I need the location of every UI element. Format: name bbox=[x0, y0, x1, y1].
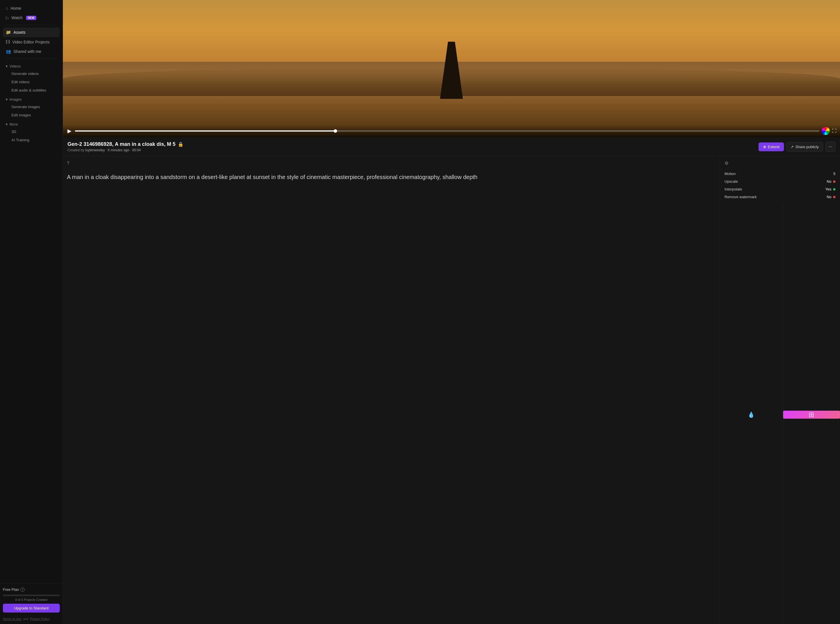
color-wheel-icon[interactable] bbox=[822, 127, 830, 135]
video-title-row: Gen-2 3146986928, A man in a cloak dis, … bbox=[68, 141, 183, 147]
extend-button[interactable]: ⊕ Extend bbox=[758, 142, 784, 151]
sidebar-section-more[interactable]: ▾ More bbox=[3, 119, 60, 128]
free-plan-row: Free Plan i bbox=[3, 586, 60, 593]
projects-count-label: 0 of 3 Projects Created bbox=[3, 598, 60, 601]
video-progress-track[interactable] bbox=[75, 130, 819, 131]
share-icon: ↗ bbox=[791, 145, 794, 149]
video-thumbnail bbox=[63, 0, 840, 137]
sidebar-item-video-editor-projects[interactable]: 🎞 Video Editor Projects bbox=[3, 37, 60, 46]
sidebar: ⌂ Home ▷ Watch NEW 📁 Assets 🎞 Video Edit… bbox=[0, 0, 63, 624]
main-content: ▶ ⛶ Gen-2 3146986928, A man in a cloak d… bbox=[63, 0, 840, 624]
sidebar-item-edit-audio[interactable]: Edit audio & subtitles bbox=[3, 86, 60, 94]
watch-icon: ▷ bbox=[6, 15, 9, 20]
sidebar-item-video-editor-label: Video Editor Projects bbox=[12, 40, 49, 44]
sidebar-item-assets-label: Assets bbox=[14, 30, 25, 35]
share-publicly-button[interactable]: ↗ Share publicly bbox=[786, 142, 823, 151]
privacy-policy-link[interactable]: Privacy Policy bbox=[30, 617, 49, 621]
more-options-button[interactable]: ··· bbox=[825, 142, 835, 152]
watch-badge: NEW bbox=[26, 16, 36, 20]
sidebar-item-ai-training[interactable]: AI Training bbox=[3, 136, 60, 144]
sidebar-item-shared-label: Shared with me bbox=[14, 49, 41, 54]
sidebar-nav: ⌂ Home ▷ Watch NEW 📁 Assets 🎞 Video Edit… bbox=[0, 0, 63, 583]
sidebar-item-assets[interactable]: 📁 Assets bbox=[3, 28, 60, 37]
share-label: Share publicly bbox=[795, 145, 819, 149]
chevron-down-icon: ▾ bbox=[6, 64, 8, 68]
video-player: ▶ ⛶ bbox=[63, 0, 840, 137]
interpolate-value: Yes bbox=[825, 187, 831, 192]
settings-icon: ⚙ bbox=[724, 161, 835, 166]
sidebar-section-images-label: Images bbox=[9, 97, 22, 102]
sidebar-item-watch[interactable]: ▷ Watch NEW bbox=[3, 13, 60, 23]
prompt-panel: T A man in a cloak disappearing into a s… bbox=[63, 156, 720, 624]
sidebar-item-shared-with-me[interactable]: 👥 Shared with me bbox=[3, 46, 60, 56]
sidebar-item-generate-images[interactable]: Generate images bbox=[3, 103, 60, 111]
grid-icon: ⊞ bbox=[809, 411, 814, 419]
extend-label: Extend bbox=[768, 145, 779, 149]
interpolate-dot bbox=[833, 188, 835, 190]
drop-icon: 💧 bbox=[748, 411, 755, 418]
video-info-bar: Gen-2 3146986928, A man in a cloak dis, … bbox=[63, 137, 840, 156]
sidebar-item-home[interactable]: ⌂ Home bbox=[3, 3, 60, 13]
watermark-value-row: No bbox=[826, 195, 835, 199]
video-meta: Created by luytenwesley · 6 minutes ago … bbox=[68, 148, 183, 152]
shared-icon: 👥 bbox=[6, 49, 11, 54]
video-creator: luytenwesley bbox=[85, 148, 105, 152]
fullscreen-button[interactable]: ⛶ bbox=[832, 128, 837, 134]
play-button[interactable]: ▶ bbox=[66, 127, 72, 135]
prompt-text: A man in a cloak disappearing into a san… bbox=[67, 170, 716, 181]
sidebar-section-videos[interactable]: ▾ Videos bbox=[3, 61, 60, 70]
edit-images-label: Edit images bbox=[11, 113, 31, 117]
extend-icon: ⊕ bbox=[763, 145, 766, 149]
terms-of-use-link[interactable]: Terms of Use bbox=[3, 617, 22, 621]
interpolate-label: Interpolate bbox=[724, 187, 742, 192]
thumb-panel-right[interactable]: ⊞ bbox=[783, 205, 840, 624]
video-actions: ⊕ Extend ↗ Share publicly ··· bbox=[758, 142, 835, 152]
prompt-icon-row: T bbox=[67, 161, 716, 165]
sidebar-item-edit-videos[interactable]: Edit videos bbox=[3, 78, 60, 86]
sidebar-section-more-label: More bbox=[9, 122, 18, 127]
motion-value: 5 bbox=[834, 171, 835, 176]
video-title-section: Gen-2 3146986928, A man in a cloak dis, … bbox=[68, 141, 183, 152]
sidebar-item-3d[interactable]: 3D bbox=[3, 128, 60, 136]
figure bbox=[440, 42, 463, 99]
sidebar-item-generate-videos[interactable]: Generate videos bbox=[3, 70, 60, 78]
free-plan-label: Free Plan bbox=[3, 587, 19, 592]
sidebar-bottom: Free Plan i 0 of 3 Projects Created Upgr… bbox=[0, 583, 63, 615]
upscale-value-row: No bbox=[826, 179, 835, 184]
ai-training-label: AI Training bbox=[11, 138, 29, 142]
settings-panel: ⚙ Motion 5 Upscale No Interpolate bbox=[720, 156, 840, 205]
edit-audio-label: Edit audio & subtitles bbox=[11, 88, 46, 93]
sidebar-divider-2 bbox=[6, 59, 57, 59]
upgrade-button[interactable]: Upgrade to Standard bbox=[3, 604, 60, 613]
assets-icon: 📁 bbox=[6, 30, 11, 35]
video-editor-icon: 🎞 bbox=[6, 39, 10, 44]
controls-row: ▶ ⛶ bbox=[66, 127, 837, 135]
home-icon: ⌂ bbox=[6, 6, 8, 11]
generate-videos-label: Generate videos bbox=[11, 71, 39, 76]
motion-label: Motion bbox=[724, 171, 736, 176]
terms-separator: and bbox=[23, 617, 28, 621]
settings-row-motion: Motion 5 bbox=[724, 170, 835, 178]
right-panels: ⚙ Motion 5 Upscale No Interpolate bbox=[720, 156, 840, 624]
edit-videos-label: Edit videos bbox=[11, 80, 30, 84]
sidebar-item-edit-images[interactable]: Edit images bbox=[3, 111, 60, 119]
sidebar-divider-1 bbox=[6, 25, 57, 25]
info-icon[interactable]: i bbox=[21, 588, 25, 592]
interpolate-value-row: Yes bbox=[825, 187, 835, 192]
lock-icon: 🔒 bbox=[178, 142, 183, 147]
generate-images-label: Generate images bbox=[11, 105, 40, 109]
watermark-value: No bbox=[826, 195, 831, 199]
sidebar-section-images[interactable]: ▾ Images bbox=[3, 94, 60, 103]
sidebar-item-watch-label: Watch bbox=[11, 15, 23, 20]
video-controls: ▶ ⛶ bbox=[63, 125, 840, 137]
video-duration: 00:04 bbox=[132, 148, 141, 152]
projects-progress-bar bbox=[3, 595, 60, 596]
thumb-panel-left[interactable]: 💧 bbox=[720, 205, 783, 624]
chevron-down-icon-images: ▾ bbox=[6, 97, 8, 102]
motion-value-row: 5 bbox=[834, 171, 835, 176]
bottom-panels: T A man in a cloak disappearing into a s… bbox=[63, 156, 840, 624]
thumb-pink: ⊞ bbox=[783, 411, 840, 419]
3d-label: 3D bbox=[11, 130, 16, 134]
settings-row-upscale: Upscale No bbox=[724, 178, 835, 185]
sidebar-item-home-label: Home bbox=[11, 6, 21, 11]
